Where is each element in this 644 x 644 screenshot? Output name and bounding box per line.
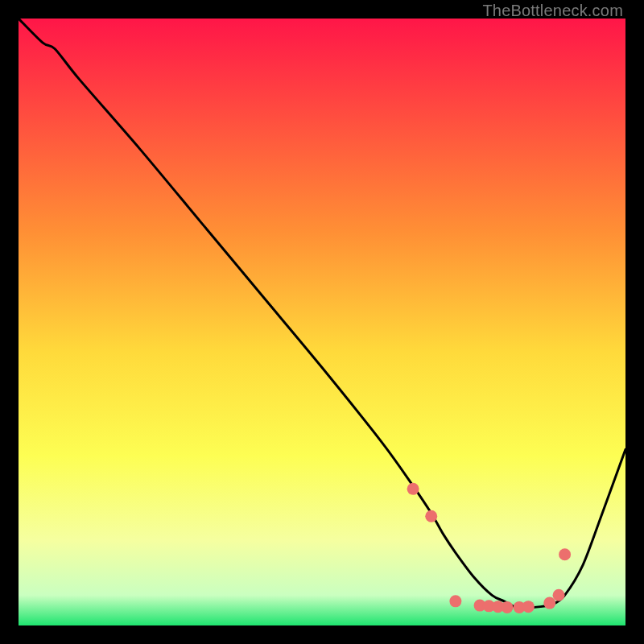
chart-svg: [19, 19, 625, 625]
data-dot: [407, 483, 419, 495]
data-dot: [543, 597, 555, 609]
plot-area: [19, 19, 625, 625]
attribution-label: TheBottleneck.com: [482, 2, 623, 20]
data-dot: [425, 510, 437, 522]
data-dot: [501, 601, 513, 613]
data-dot: [559, 548, 571, 560]
data-dot: [553, 589, 565, 601]
data-dot: [522, 601, 535, 613]
gradient-background: [19, 19, 625, 625]
chart-stage: TheBottleneck.com: [0, 0, 644, 644]
data-dot: [449, 595, 461, 607]
